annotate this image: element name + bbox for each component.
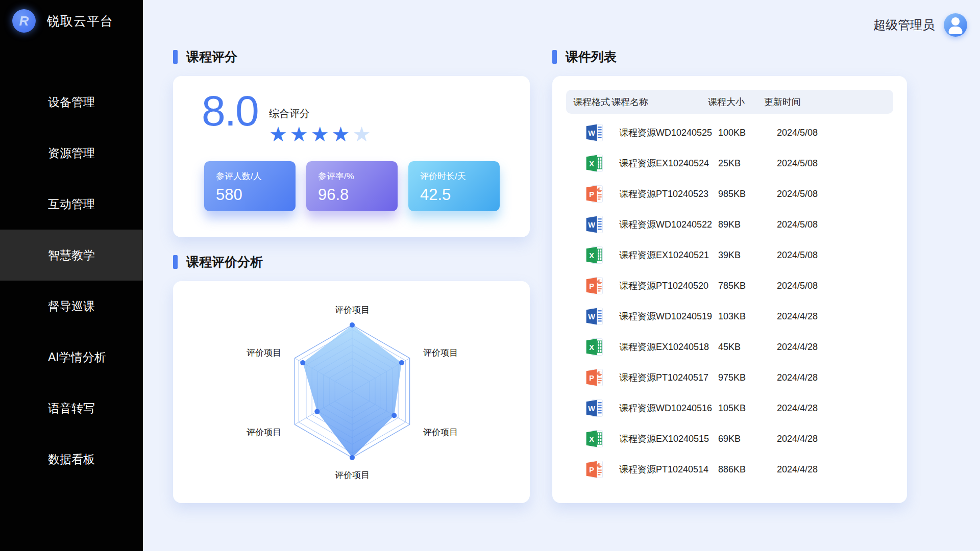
ppt-file-icon: P <box>584 184 619 204</box>
course-name: 课程资源WD10240516 <box>619 402 718 414</box>
course-size: 100KB <box>718 128 777 138</box>
course-name: 课程资源PT10240514 <box>619 463 718 475</box>
word-file-icon: W <box>584 306 619 327</box>
accent-bar <box>552 50 557 64</box>
svg-text:P: P <box>589 282 594 290</box>
sidebar-item-smart-teaching[interactable]: 智慧教学 <box>0 230 143 281</box>
sidebar-item-device[interactable]: 设备管理 <box>0 77 143 128</box>
table-row[interactable]: X 课程资源EX10240521 39KB 2024/5/08 <box>566 240 893 270</box>
avatar-head <box>951 17 960 26</box>
course-name: 课程资源EX10240518 <box>619 341 718 353</box>
course-name: 课程资源WD10240525 <box>619 127 718 139</box>
excel-file-icon: X <box>584 153 619 173</box>
table-row[interactable]: P 课程资源PT10240514 886KB 2024/4/28 <box>566 454 893 485</box>
radar-card: 评价项目评价项目评价项目评价项目评价项目评价项目 <box>173 281 530 503</box>
table-row[interactable]: W 课程资源WD10240516 105KB 2024/4/28 <box>566 393 893 423</box>
course-size: 103KB <box>718 311 777 322</box>
ppt-file-icon: P <box>584 367 619 388</box>
svg-text:评价项目: 评价项目 <box>335 470 370 480</box>
stat-label: 参评率/% <box>318 170 398 182</box>
svg-text:X: X <box>589 343 594 352</box>
stat-card-0: 参评人数/人580 <box>204 161 296 211</box>
app-logo: R 锐取云平台 <box>0 0 143 33</box>
course-name: 课程资源WD10240519 <box>619 310 718 322</box>
stat-card-1: 参评率/%96.8 <box>306 161 398 211</box>
star-filled-icon: ★ <box>269 123 290 145</box>
svg-text:评价项目: 评价项目 <box>247 428 281 437</box>
course-date: 2024/4/28 <box>777 434 893 444</box>
svg-text:P: P <box>589 374 594 382</box>
user-name: 超级管理员 <box>873 17 935 33</box>
sidebar-item-supervision[interactable]: 督导巡课 <box>0 281 143 332</box>
course-name: 课程资源EX10240521 <box>619 249 718 261</box>
app-logo-letter: R <box>19 13 29 29</box>
word-file-icon: W <box>584 398 619 418</box>
course-date: 2024/5/08 <box>777 189 893 199</box>
column-header-name: 课程名称 <box>611 96 708 108</box>
star-filled-icon: ★ <box>311 123 332 145</box>
course-date: 2024/5/08 <box>777 281 893 291</box>
column-header-date: 更新时间 <box>764 96 893 108</box>
table-row[interactable]: P 课程资源PT10240523 985KB 2024/5/08 <box>566 179 893 209</box>
course-size: 89KB <box>718 219 777 230</box>
sidebar-item-ai-analysis[interactable]: AI学情分析 <box>0 332 143 383</box>
section-header-courseware: 课件列表 <box>552 48 617 65</box>
sidebar: R 锐取云平台 设备管理资源管理互动管理智慧教学督导巡课AI学情分析语音转写数据… <box>0 0 143 551</box>
star-empty-icon: ★ <box>352 123 373 145</box>
sidebar-item-resource[interactable]: 资源管理 <box>0 128 143 179</box>
table-row[interactable]: X 课程资源EX10240515 69KB 2024/4/28 <box>566 423 893 454</box>
stat-value: 42.5 <box>420 186 500 204</box>
excel-file-icon: X <box>584 337 619 357</box>
app-title: 锐取云平台 <box>47 13 113 30</box>
rating-card: 8.0 综合评分 ★★★★★ 参评人数/人580参评率/%96.8评价时长/天4… <box>173 76 530 237</box>
sidebar-item-interaction[interactable]: 互动管理 <box>0 179 143 230</box>
sidebar-item-data-board[interactable]: 数据看板 <box>0 434 143 485</box>
course-name: 课程资源EX10240524 <box>619 157 718 169</box>
svg-text:评价项目: 评价项目 <box>335 305 370 315</box>
svg-text:评价项目: 评价项目 <box>247 348 281 358</box>
topbar: 超级管理员 <box>873 13 967 37</box>
table-row[interactable]: W 课程资源WD10240519 103KB 2024/4/28 <box>566 301 893 332</box>
table-row[interactable]: W 课程资源WD10240522 89KB 2024/5/08 <box>566 209 893 240</box>
course-name: 课程资源PT10240517 <box>619 371 718 384</box>
section-header-rating: 课程评分 <box>173 48 237 65</box>
word-file-icon: W <box>584 214 619 235</box>
svg-text:P: P <box>589 466 594 474</box>
ppt-file-icon: P <box>584 459 619 480</box>
svg-text:X: X <box>589 435 594 443</box>
table-header: 课程格式 课程名称 课程大小 更新时间 <box>566 90 893 114</box>
course-name: 课程资源WD10240522 <box>619 218 718 231</box>
course-size: 39KB <box>718 250 777 261</box>
course-name: 课程资源EX10240515 <box>619 433 718 445</box>
section-title-rating: 课程评分 <box>186 48 237 65</box>
user-avatar-icon[interactable] <box>944 13 967 37</box>
star-filled-icon: ★ <box>332 123 353 145</box>
course-date: 2024/4/28 <box>777 372 893 383</box>
course-size: 105KB <box>718 403 777 414</box>
table-row[interactable]: X 课程资源EX10240524 25KB 2024/5/08 <box>566 148 893 179</box>
section-header-analysis: 课程评价分析 <box>173 254 263 270</box>
table-row[interactable]: X 课程资源EX10240518 45KB 2024/4/28 <box>566 332 893 362</box>
table-body: W 课程资源WD10240525 100KB 2024/5/08 X 课程资源E… <box>566 117 893 485</box>
radar-chart: 评价项目评价项目评价项目评价项目评价项目评价项目 <box>173 281 530 503</box>
star-filled-icon: ★ <box>290 123 311 145</box>
course-date: 2024/4/28 <box>777 342 893 353</box>
sidebar-item-voice-transcribe[interactable]: 语音转写 <box>0 383 143 434</box>
excel-file-icon: X <box>584 245 619 265</box>
column-header-size: 课程大小 <box>708 96 764 108</box>
section-title-analysis: 课程评价分析 <box>186 254 263 270</box>
course-date: 2024/4/28 <box>777 311 893 322</box>
course-date: 2024/5/08 <box>777 250 893 261</box>
star-rating: ★★★★★ <box>269 124 373 144</box>
table-row[interactable]: W 课程资源WD10240525 100KB 2024/5/08 <box>566 117 893 148</box>
table-row[interactable]: P 课程资源PT10240520 785KB 2024/5/08 <box>566 270 893 301</box>
svg-text:W: W <box>588 405 595 413</box>
course-size: 25KB <box>718 158 777 169</box>
table-row[interactable]: P 课程资源PT10240517 975KB 2024/4/28 <box>566 362 893 393</box>
svg-text:评价项目: 评价项目 <box>423 428 458 437</box>
course-name: 课程资源PT10240523 <box>619 188 718 200</box>
course-date: 2024/5/08 <box>777 128 893 138</box>
course-date: 2024/4/28 <box>777 403 893 414</box>
courseware-panel: 课程格式 课程名称 课程大小 更新时间 W 课程资源WD10240525 100… <box>552 76 907 503</box>
course-name: 课程资源PT10240520 <box>619 280 718 292</box>
